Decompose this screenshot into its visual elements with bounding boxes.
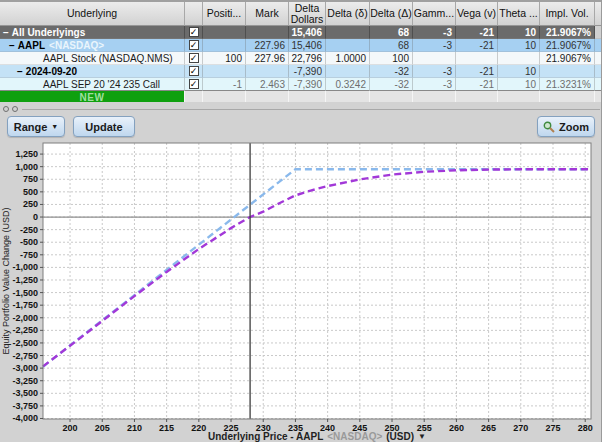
cell-mark: 227.96 <box>246 52 289 65</box>
cell-position: -1 <box>203 78 246 91</box>
column-header-underlying[interactable]: Underlying <box>0 2 185 26</box>
checkbox-checked-icon[interactable]: ✓ <box>189 66 199 76</box>
svg-text:-2,000: -2,000 <box>12 313 38 323</box>
row-label: AAPL SEP 20 '24 235 Call <box>43 79 160 90</box>
x-axis-title-exchange: <NASDAQ> <box>327 431 382 442</box>
cell-delta-big: 68 <box>370 26 413 39</box>
svg-text:-4,000: -4,000 <box>12 413 38 423</box>
zoom-button[interactable]: Zoom <box>537 116 595 137</box>
collapse-icon[interactable]: − <box>9 40 15 51</box>
range-button-label: Range <box>14 121 48 133</box>
cell-position <box>203 65 246 78</box>
column-header-delta-small[interactable]: Delta (δ) <box>326 2 370 26</box>
x-axis-title-main: Underlying Price - AAPL <box>208 431 323 442</box>
cell-position: 100 <box>203 52 246 65</box>
column-header-delta-dollars[interactable]: Delta Dollars <box>289 2 326 26</box>
cell-delta-small <box>326 26 370 39</box>
cell-theta: 10 <box>498 78 540 91</box>
pl-chart-panel: 1,2501,0007505002500-250-500-750-1,000-1… <box>0 140 602 442</box>
cell-gamma: -3 <box>413 39 456 52</box>
column-header-gamma[interactable]: Gamm... <box>413 2 456 26</box>
cell-impl-vol: 21.9067% <box>540 39 595 52</box>
x-axis-dropdown-icon[interactable]: ▼ <box>418 433 426 440</box>
cell-delta-dollars: -7,390 <box>289 78 326 91</box>
cell-gamma: -3 <box>413 26 456 39</box>
svg-text:-3,500: -3,500 <box>12 388 38 398</box>
cell-vega: -21 <box>456 65 498 78</box>
cell-delta-small <box>326 39 370 52</box>
cell-gamma <box>413 52 456 65</box>
chevron-down-icon: ▼ <box>51 123 58 130</box>
checkbox-checked-icon[interactable]: ✓ <box>189 53 199 63</box>
table-row-expiry-2024-09-20[interactable]: −2024-09-20 ✓ -7,390 -32 -3 -21 10 <box>0 65 602 78</box>
cell-theta: 10 <box>498 26 540 39</box>
column-header-spacer <box>595 2 602 26</box>
table-row-aapl-stock[interactable]: AAPL Stock (NASDAQ.NMS) ✓ 100 227.96 22,… <box>0 52 602 65</box>
svg-text:1,000: 1,000 <box>15 162 38 172</box>
cell-position <box>203 26 246 39</box>
cell-mark: 227.96 <box>246 39 289 52</box>
cell-spacer <box>595 26 602 39</box>
cell-delta-dollars: -7,390 <box>289 65 326 78</box>
cell-vega: -21 <box>456 39 498 52</box>
svg-text:250: 250 <box>23 199 38 209</box>
svg-text:750: 750 <box>23 174 38 184</box>
table-header-row: Underlying Positi... Mark Delta Dollars … <box>0 2 602 26</box>
table-row-aapl-235-call[interactable]: AAPL SEP 20 '24 235 Call ✓ -1 2.463 -7,3… <box>0 78 602 91</box>
column-header-position[interactable]: Positi... <box>203 2 246 26</box>
checkbox-checked-icon[interactable]: ✓ <box>189 40 199 50</box>
splitter-handle-icon[interactable] <box>3 106 9 112</box>
range-button[interactable]: Range ▼ <box>7 116 65 137</box>
panel-splitter[interactable] <box>0 102 602 115</box>
column-header-impl-vol[interactable]: Impl. Vol. <box>540 2 595 26</box>
checkbox-checked-icon[interactable]: ✓ <box>189 79 199 89</box>
checkbox-checked-icon[interactable]: ✓ <box>189 27 199 37</box>
cell-gamma: -3 <box>413 65 456 78</box>
svg-text:-1,250: -1,250 <box>12 275 38 285</box>
update-button[interactable]: Update <box>73 116 135 137</box>
cell-delta-dollars: 15,406 <box>289 26 326 39</box>
cell-impl-vol <box>540 65 595 78</box>
x-axis-title-unit: (USD) <box>386 431 414 442</box>
splitter-line <box>22 109 600 110</box>
cell-delta-dollars: 15,406 <box>289 39 326 52</box>
row-label: AAPL Stock (NASDAQ.NMS) <box>43 53 173 64</box>
row-label: All Underlyings <box>12 27 85 38</box>
positions-table: Underlying Positi... Mark Delta Dollars … <box>0 0 602 102</box>
column-header-checkbox[interactable] <box>185 2 203 26</box>
chart-toolbar: Range ▼ Update Zoom <box>0 115 602 140</box>
svg-text:-1,000: -1,000 <box>12 262 38 272</box>
cell-impl-vol: 21.3231% <box>540 78 595 91</box>
cell-impl-vol: 21.9067% <box>540 26 595 39</box>
cell-vega: -21 <box>456 26 498 39</box>
table-row-all-underlyings[interactable]: −All Underlyings ✓ 15,406 68 -3 -21 10 2… <box>0 26 602 39</box>
cell-mark <box>246 26 289 39</box>
cell-delta-small <box>326 65 370 78</box>
cell-theta: 10 <box>498 39 540 52</box>
cell-impl-vol: 21.9067% <box>540 52 595 65</box>
column-header-vega[interactable]: Vega (v) <box>456 2 498 26</box>
exchange-label: <NASDAQ> <box>49 40 104 51</box>
column-header-theta[interactable]: Theta ... <box>498 2 540 26</box>
cell-delta-small: 0.3242 <box>326 78 370 91</box>
cell-delta-big: -32 <box>370 65 413 78</box>
svg-text:500: 500 <box>23 187 38 197</box>
collapse-icon[interactable]: − <box>17 66 23 77</box>
cell-spacer <box>595 65 602 78</box>
column-header-mark[interactable]: Mark <box>246 2 289 26</box>
cell-vega: -21 <box>456 78 498 91</box>
cell-delta-big: 68 <box>370 39 413 52</box>
cell-mark <box>246 65 289 78</box>
svg-text:-500: -500 <box>20 237 38 247</box>
chart-plot[interactable]: 1,2501,0007505002500-250-500-750-1,000-1… <box>0 140 602 442</box>
collapse-icon[interactable]: − <box>3 27 9 38</box>
new-row-badge[interactable]: NEW <box>80 92 105 103</box>
cell-spacer <box>595 78 602 91</box>
cell-delta-small: 1.0000 <box>326 52 370 65</box>
svg-text:-2,250: -2,250 <box>12 325 38 335</box>
cell-gamma: -3 <box>413 78 456 91</box>
svg-text:-2,750: -2,750 <box>12 351 38 361</box>
table-row-aapl[interactable]: −AAPL<NASDAQ> ✓ 227.96 15,406 68 -3 -21 … <box>0 39 602 52</box>
splitter-handle-icon[interactable] <box>12 106 18 112</box>
column-header-delta-big[interactable]: Delta (Δ) <box>370 2 413 26</box>
